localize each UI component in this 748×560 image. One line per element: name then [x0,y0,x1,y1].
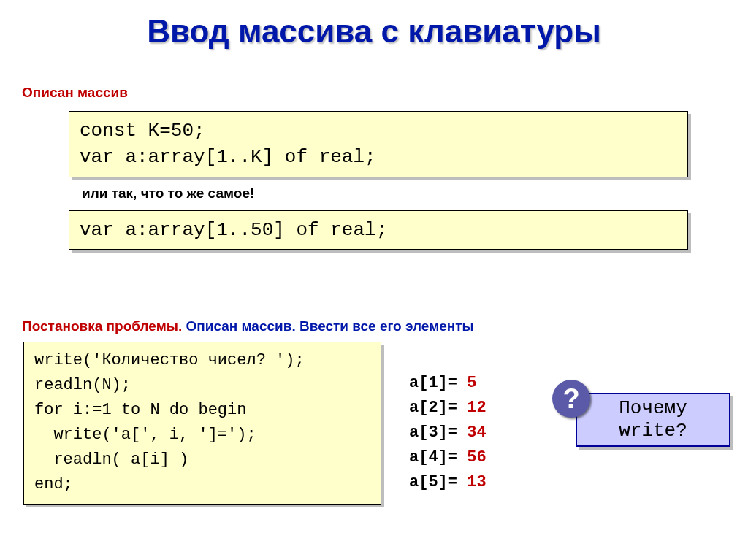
code-block-3: write('Количество чисел? '); readln(N); … [23,342,381,505]
output-value: 5 [467,374,476,392]
output-label: a[4]= [409,448,457,467]
problem-rest: Описан массив. Ввести все его элементы [182,318,474,334]
section-label-problem: Постановка проблемы. Описан массив. Ввес… [22,318,474,334]
output-value: 13 [467,473,486,491]
output-row: a[3]= 34 [409,421,486,445]
code-line: readln(N); [34,373,370,398]
callout-line2: write? [577,420,729,442]
output-row: a[1]= 5 [409,371,486,396]
code-block-2: var a:array[1..50] of real; [69,210,688,250]
code-block-1: const K=50; var a:array[1..K] of real; [69,111,688,177]
code-line: end; [34,472,370,497]
output-block: a[1]= 5 a[2]= 12 a[3]= 34 a[4]= 56 a[5]=… [409,371,486,495]
output-label: a[2]= [409,399,457,417]
code-line: var a:array[1..K] of real; [80,144,677,170]
output-label: a[5]= [409,473,457,491]
or-same-label: или так, что то же самое! [82,185,254,202]
callout-line1: Почему [577,397,729,420]
code-line: readln( a[i] ) [34,448,370,472]
callout-box: Почему write? [576,393,730,447]
code-line: for i:=1 to N do begin [34,398,370,423]
output-row: a[5]= 13 [409,470,486,495]
problem-prefix: Постановка проблемы. [22,318,182,334]
output-row: a[4]= 56 [409,445,486,470]
code-line: write('Количество чисел? '); [34,348,370,373]
output-label: a[1]= [409,374,457,392]
code-line: write('a[', i, ']='); [34,423,370,448]
question-mark-icon: ? [552,380,590,418]
output-value: 56 [467,448,486,467]
code-line: var a:array[1..50] of real; [80,217,677,243]
section-label-described: Описан массив [22,85,128,101]
code-line: const K=50; [80,118,677,144]
output-label: a[3]= [409,423,457,442]
output-value: 12 [467,399,486,417]
page-title: Ввод массива с клавиатуры [0,0,748,50]
output-value: 34 [467,423,486,442]
output-row: a[2]= 12 [409,396,486,421]
